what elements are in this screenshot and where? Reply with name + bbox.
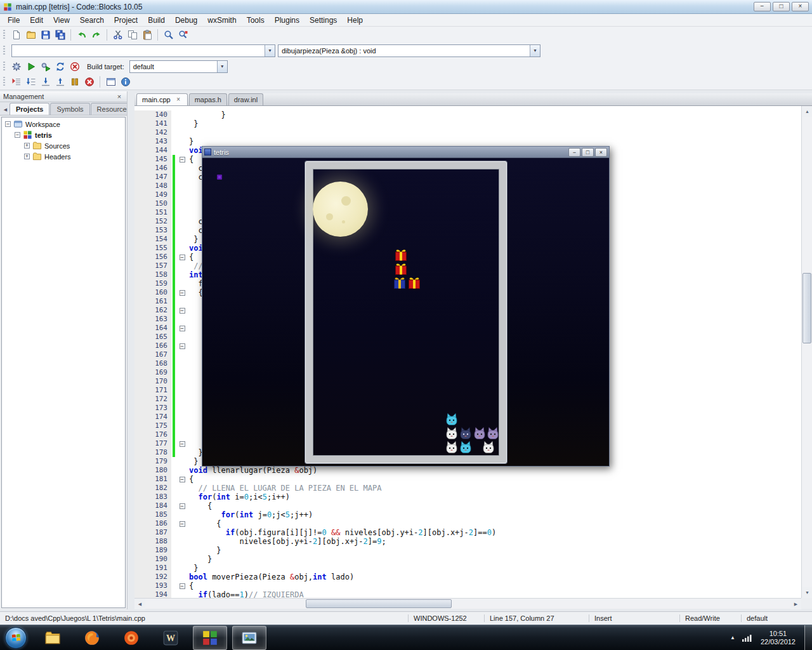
scroll-left-icon[interactable]: ◀ — [134, 599, 145, 609]
tetris-game-window[interactable]: tetris − □ × — [202, 146, 610, 467]
minus-expander-icon[interactable]: − — [5, 121, 11, 127]
fold-toggle-icon[interactable]: − — [180, 326, 185, 331]
fold-toggle-icon[interactable]: − — [180, 583, 185, 589]
management-tab-projects[interactable]: Projects — [10, 103, 49, 115]
code-line[interactable]: 193−{ — [134, 581, 801, 590]
game-close-button[interactable]: × — [595, 148, 607, 157]
firefox-taskbar-button[interactable] — [75, 626, 109, 650]
horizontal-scroll-thumb[interactable] — [306, 599, 452, 608]
management-header[interactable]: Management × — [0, 91, 127, 102]
codeblocks-taskbar-button[interactable] — [193, 626, 227, 650]
open-button[interactable] — [23, 28, 38, 42]
step-out-button[interactable] — [53, 75, 67, 89]
code-line[interactable]: 141 } — [134, 119, 801, 128]
code-line[interactable]: 140 } — [134, 110, 801, 119]
titlebar[interactable]: main.cpp [tetris] - Code::Blocks 10.05 −… — [0, 0, 812, 14]
code-line[interactable]: 180void llenarlugar(Pieza &obj) — [134, 466, 801, 475]
game-titlebar[interactable]: tetris − □ × — [202, 147, 609, 158]
menu-file[interactable]: File — [3, 15, 25, 26]
save-all-button[interactable] — [53, 28, 67, 42]
orange-app-taskbar-button[interactable] — [114, 626, 148, 650]
close-button[interactable]: × — [792, 2, 809, 11]
code-line[interactable]: 189 } — [134, 546, 801, 555]
show-desktop-button[interactable] — [804, 625, 812, 650]
network-icon[interactable] — [742, 633, 752, 643]
code-line[interactable]: 188 niveles[obj.y+i-2][obj.x+j-2]=9; — [134, 537, 801, 546]
build-target-combo[interactable]: default ▾ — [129, 60, 228, 73]
copy-button[interactable] — [125, 28, 140, 42]
game-minimize-button[interactable]: − — [568, 148, 580, 157]
undo-button[interactable] — [74, 28, 89, 42]
function-combo[interactable]: dibujarpieza(Pieza &obj) : void ▾ — [278, 44, 540, 57]
code-line[interactable]: 143} — [134, 137, 801, 146]
editor-tab-draw-inl[interactable]: draw.inl — [228, 93, 263, 105]
code-line[interactable]: 183 for(int i=0;i<5;i++) — [134, 493, 801, 501]
fold-toggle-icon[interactable]: − — [180, 255, 185, 260]
tree-node-workspace[interactable]: −Workspace — [2, 119, 125, 129]
build-and-run-button[interactable] — [38, 60, 53, 74]
chevron-down-icon[interactable]: ▾ — [530, 45, 540, 56]
next-line-button[interactable] — [23, 75, 38, 89]
step-into-button[interactable] — [38, 75, 53, 89]
plus-expander-icon[interactable]: + — [24, 154, 30, 159]
find-button[interactable] — [161, 28, 176, 42]
wow-taskbar-button[interactable]: W — [154, 626, 188, 650]
tree-node-tetris[interactable]: −tetris — [2, 129, 125, 140]
new-file-button[interactable] — [9, 28, 23, 42]
run-button[interactable] — [23, 60, 38, 74]
tree-node-sources[interactable]: +Sources — [2, 140, 125, 151]
management-tab-symbols[interactable]: Symbols — [50, 103, 89, 115]
menu-plugins[interactable]: Plugins — [270, 15, 304, 26]
explorer-taskbar-button[interactable] — [36, 626, 70, 650]
menu-wxsmith[interactable]: wxSmith — [202, 15, 241, 26]
break-debugger-button[interactable] — [67, 75, 82, 89]
menu-project[interactable]: Project — [109, 15, 143, 26]
code-line[interactable]: 192bool moverPieza(Pieza &obj,int lado) — [134, 573, 801, 581]
stop-debugger-button[interactable] — [82, 75, 96, 89]
cut-button[interactable] — [110, 28, 125, 42]
code-line[interactable]: 181−{ — [134, 475, 801, 484]
clock[interactable]: 10:51 22/03/2012 — [758, 630, 798, 646]
fold-toggle-icon[interactable]: − — [180, 290, 185, 296]
horizontal-scrollbar[interactable]: ◀ ▶ — [134, 598, 801, 609]
tab-close-icon[interactable]: × — [175, 96, 182, 103]
fold-toggle-icon[interactable]: − — [180, 521, 185, 527]
menu-build[interactable]: Build — [143, 15, 170, 26]
fold-toggle-icon[interactable]: − — [180, 308, 185, 314]
abort-button[interactable] — [67, 60, 82, 74]
hidden-icons-button[interactable]: ▲ — [730, 635, 735, 640]
code-line[interactable]: 186− { — [134, 519, 801, 528]
menu-help[interactable]: Help — [342, 15, 368, 26]
code-line[interactable]: 182 // LLENA EL LUGAR DE LA PIEZA EN EL … — [134, 484, 801, 493]
minimize-button[interactable]: − — [754, 2, 771, 11]
code-line[interactable]: 187 if(obj.figura[i][j]!=0 && niveles[ob… — [134, 528, 801, 537]
info-button[interactable] — [118, 75, 133, 89]
build-button[interactable] — [9, 60, 23, 74]
run-to-cursor-button[interactable] — [9, 75, 23, 89]
plus-expander-icon[interactable]: + — [24, 143, 30, 149]
editor-tab-mapas-h[interactable]: mapas.h — [189, 93, 227, 105]
management-tab-resources[interactable]: Resources — [91, 103, 127, 115]
vertical-scrollbar[interactable]: ▲ ▼ — [801, 106, 812, 598]
scroll-down-icon[interactable]: ▼ — [802, 587, 812, 598]
chevron-down-icon[interactable]: ▾ — [217, 61, 227, 72]
fold-toggle-icon[interactable]: − — [180, 157, 185, 162]
code-line[interactable]: 194 if(lado==1)// IZQUIERDA — [134, 590, 801, 598]
game-maximize-button[interactable]: □ — [582, 148, 594, 157]
redo-button[interactable] — [89, 28, 103, 42]
code-line[interactable]: 185 for(int j=0;j<5;j++) — [134, 510, 801, 519]
chevron-down-icon[interactable]: ▾ — [265, 45, 275, 56]
management-close-icon[interactable]: × — [115, 93, 124, 100]
menu-edit[interactable]: Edit — [25, 15, 48, 26]
code-line[interactable]: 142 — [134, 128, 801, 137]
editor-tab-main-cpp[interactable]: main.cpp× — [136, 93, 188, 105]
save-button[interactable] — [38, 28, 53, 42]
menu-view[interactable]: View — [48, 15, 75, 26]
fold-toggle-icon[interactable]: − — [180, 441, 185, 447]
fold-toggle-icon[interactable]: − — [180, 477, 185, 482]
vertical-scroll-thumb[interactable] — [802, 273, 811, 343]
start-button[interactable] — [5, 627, 27, 649]
scroll-up-icon[interactable]: ▲ — [802, 106, 812, 117]
debugging-windows-button[interactable] — [103, 75, 118, 89]
code-line[interactable]: 190 } — [134, 555, 801, 564]
